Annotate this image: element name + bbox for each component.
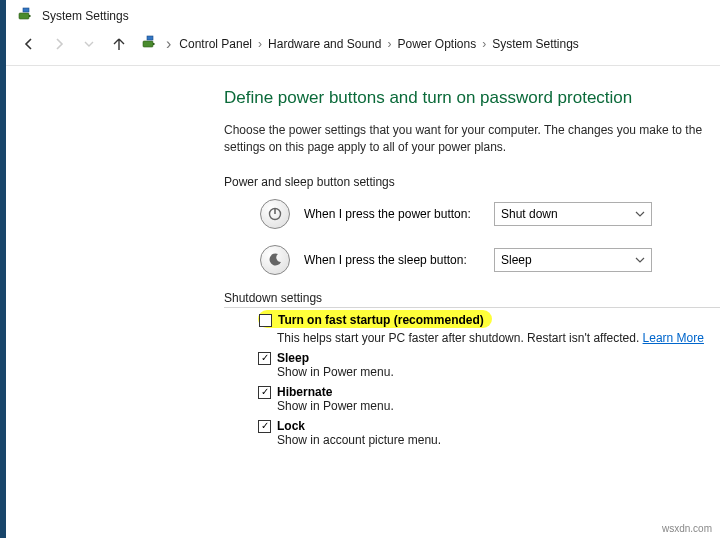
watermark: wsxdn.com (662, 523, 712, 534)
chevron-right-icon: › (482, 37, 486, 51)
fast-startup-label: Turn on fast startup (recommended) (278, 313, 484, 327)
sleep-button-dropdown[interactable]: Sleep (494, 248, 652, 272)
svg-rect-0 (19, 13, 29, 19)
power-sleep-section: Power and sleep button settings When I p… (224, 175, 720, 275)
learn-more-link[interactable]: Learn More (643, 331, 704, 345)
fast-startup-row: Turn on fast startup (recommended) (259, 313, 484, 327)
breadcrumb-icon (142, 34, 158, 54)
hibernate-row: Hibernate (258, 385, 720, 399)
hibernate-checkbox[interactable] (258, 386, 271, 399)
window-title: System Settings (42, 9, 129, 23)
highlight-fast-startup: Turn on fast startup (recommended) (258, 310, 492, 328)
lock-row: Lock (258, 419, 720, 433)
dropdown-value: Sleep (501, 253, 532, 267)
crumb-power-options[interactable]: Power Options (397, 37, 476, 51)
navigation-bar: › Control Panel › Hardware and Sound › P… (6, 29, 720, 66)
section-title-buttons: Power and sleep button settings (224, 175, 720, 189)
crumb-hardware-sound[interactable]: Hardware and Sound (268, 37, 381, 51)
lock-label: Lock (277, 419, 305, 433)
chevron-right-icon: › (166, 35, 171, 53)
recent-dropdown-icon[interactable] (78, 33, 100, 55)
page-heading: Define power buttons and turn on passwor… (224, 88, 720, 108)
power-button-dropdown[interactable]: Shut down (494, 202, 652, 226)
forward-button[interactable] (48, 33, 70, 55)
back-button[interactable] (18, 33, 40, 55)
chevron-down-icon (635, 209, 645, 219)
lock-checkbox[interactable] (258, 420, 271, 433)
sleep-label: Sleep (277, 351, 309, 365)
titlebar: System Settings (6, 0, 720, 29)
up-button[interactable] (108, 33, 130, 55)
power-button-label: When I press the power button: (304, 207, 480, 221)
breadcrumb: Control Panel › Hardware and Sound › Pow… (179, 37, 579, 51)
dropdown-value: Shut down (501, 207, 558, 221)
crumb-system-settings[interactable]: System Settings (492, 37, 579, 51)
power-button-row: When I press the power button: Shut down (260, 199, 720, 229)
power-icon (260, 199, 290, 229)
battery-icon (18, 6, 34, 25)
content-area: Define power buttons and turn on passwor… (6, 66, 720, 453)
page-intro: Choose the power settings that you want … (224, 122, 720, 157)
sleep-icon (260, 245, 290, 275)
svg-rect-1 (29, 15, 31, 17)
svg-rect-3 (143, 41, 153, 47)
chevron-right-icon: › (258, 37, 262, 51)
fast-startup-checkbox[interactable] (259, 314, 272, 327)
svg-rect-2 (23, 8, 29, 12)
chevron-down-icon (635, 255, 645, 265)
svg-rect-5 (147, 36, 153, 40)
sleep-button-label: When I press the sleep button: (304, 253, 480, 267)
lock-desc: Show in account picture menu. (277, 433, 720, 447)
sleep-checkbox[interactable] (258, 352, 271, 365)
hibernate-desc: Show in Power menu. (277, 399, 720, 413)
shutdown-section: Shutdown settings Turn on fast startup (… (224, 291, 720, 447)
chevron-right-icon: › (387, 37, 391, 51)
section-title-shutdown: Shutdown settings (224, 291, 720, 308)
crumb-control-panel[interactable]: Control Panel (179, 37, 252, 51)
sleep-button-row: When I press the sleep button: Sleep (260, 245, 720, 275)
hibernate-label: Hibernate (277, 385, 332, 399)
sleep-desc: Show in Power menu. (277, 365, 720, 379)
svg-rect-4 (153, 43, 155, 45)
sleep-row: Sleep (258, 351, 720, 365)
fast-startup-desc: This helps start your PC faster after sh… (277, 331, 720, 345)
